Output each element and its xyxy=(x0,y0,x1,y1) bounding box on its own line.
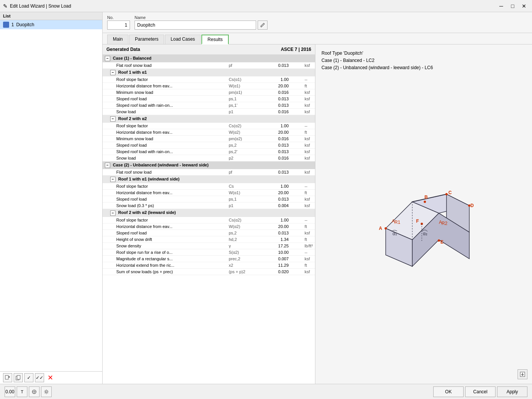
table-row: Roof slope run for a rise of o...S(α2)10… xyxy=(103,249,315,255)
item-label: Duopitch xyxy=(16,22,34,27)
table-row: Sloped roof loadps,20.013ksf xyxy=(103,230,315,236)
table-row: Snow loadp10.016ksf xyxy=(103,109,315,115)
item-number: 1 xyxy=(11,22,14,27)
svg-text:B: B xyxy=(424,195,428,200)
svg-point-15 xyxy=(424,201,426,203)
minimize-button[interactable]: ─ xyxy=(496,2,506,10)
preview-info: Roof Type 'Duopitch'Case (1) - Balanced … xyxy=(318,48,529,74)
roof-diagram: A B C D E xyxy=(363,168,484,274)
tabs: MainParametersLoad CasesResults xyxy=(103,33,532,44)
svg-text:F: F xyxy=(416,218,419,224)
check-button[interactable]: ✓ xyxy=(24,373,33,382)
preview-panel: Roof Type 'Duopitch'Case (1) - Balanced … xyxy=(315,44,532,384)
maximize-button[interactable]: □ xyxy=(508,2,518,10)
svg-text:α₂: α₂ xyxy=(423,231,428,236)
no-group: No. xyxy=(107,15,130,30)
svg-text:C: C xyxy=(448,190,452,195)
preview-drawing: A B C D E xyxy=(318,74,529,368)
subsection-row: − Roof 2 with α2 xyxy=(103,115,315,123)
table-row: Roof slope factorCs(α1)1.00-- xyxy=(103,76,315,83)
app-icon: ✎ xyxy=(3,3,8,9)
svg-point-17 xyxy=(445,193,448,195)
table-row: Roof slope factorCs(α2)1.00-- xyxy=(103,123,315,129)
table-row: Magnitude of a rectangular s...prec,20.0… xyxy=(103,255,315,262)
arrow-tool-button[interactable] xyxy=(29,386,40,397)
svg-point-13 xyxy=(385,227,387,230)
name-group: Name xyxy=(135,15,268,30)
collapse-icon[interactable]: − xyxy=(110,211,116,216)
table-row: Sloped roof load with rain-on...ps,1'0.0… xyxy=(103,102,315,109)
table-row: Horizontal extend from the ric...x211.29… xyxy=(103,262,315,268)
ok-button[interactable]: OK xyxy=(433,386,464,397)
edit-button[interactable] xyxy=(258,21,268,30)
collapse-icon[interactable]: − xyxy=(105,163,110,168)
text-tool-button[interactable]: T xyxy=(17,386,27,397)
collapse-icon[interactable]: − xyxy=(105,56,110,61)
table-row: Horizontal distance from eav...W(α2)20.0… xyxy=(103,129,315,136)
no-label: No. xyxy=(107,15,130,20)
table-row: Height of snow drifthd,21.34ft xyxy=(103,236,315,242)
results-header: Generated Data ASCE 7 | 2016 xyxy=(103,44,315,55)
svg-text:α₁: α₁ xyxy=(393,231,397,236)
table-row: Snow loadp20.016ksf xyxy=(103,155,315,162)
apply-button[interactable]: Apply xyxy=(497,386,527,397)
form-area: No. Name xyxy=(103,12,532,33)
settings-tool-button[interactable] xyxy=(41,386,52,397)
sidebar-item[interactable]: 1 Duopitch xyxy=(0,20,102,29)
table-row: Flat roof snow loadpf0.013ksf xyxy=(103,169,315,176)
svg-text:R2: R2 xyxy=(442,221,448,226)
collapse-icon[interactable]: − xyxy=(110,116,116,122)
collapse-icon[interactable]: − xyxy=(110,70,116,75)
table-row: Horizontal distance from eav...W(α1)20.0… xyxy=(103,190,315,196)
table-row: Snow load (0.3 * ps)p10.004ksf xyxy=(103,203,315,209)
bottom-bar: 0.00 T OK Cancel Apply xyxy=(0,384,532,399)
sidebar-header: List xyxy=(0,12,102,20)
collapse-icon[interactable]: − xyxy=(110,177,116,182)
check2-button[interactable]: ✓✓ xyxy=(35,373,44,382)
preview-info-line-2: Case (2) - Unbalanced (windward - leewar… xyxy=(321,64,526,71)
right-panel: No. Name MainParametersLoad CasesResults xyxy=(103,12,532,384)
sidebar-tools: ✓ ✓✓ ✕ xyxy=(0,371,102,384)
table-row: Horizontal distance from eav...W(α2)20.0… xyxy=(103,223,315,230)
table-row: Minimum snow loadpm(α2)0.016ksf xyxy=(103,136,315,142)
table-row: Flat roof snow loadpf0.013ksf xyxy=(103,62,315,69)
svg-rect-0 xyxy=(5,375,8,379)
tab-loadcases[interactable]: Load Cases xyxy=(165,35,201,44)
cancel-button[interactable]: Cancel xyxy=(465,386,496,397)
table-row: Horizontal distance from eav...W(α1)20.0… xyxy=(103,83,315,89)
no-input[interactable] xyxy=(107,21,130,30)
table-row: Sloped roof loadps,10.013ksf xyxy=(103,96,315,102)
split-area: Generated Data ASCE 7 | 2016 − Case (1) … xyxy=(103,44,532,384)
sidebar-list: 1 Duopitch xyxy=(0,20,102,29)
svg-text:A: A xyxy=(379,226,382,231)
table-row: Minimum snow loadpm(α1)0.016ksf xyxy=(103,89,315,96)
preview-footer xyxy=(318,368,529,381)
section-row: − Case (1) - Balanced xyxy=(103,55,315,62)
name-label: Name xyxy=(135,15,268,20)
tab-main[interactable]: Main xyxy=(107,35,128,44)
item-icon xyxy=(3,22,9,28)
value-label: 0.00 xyxy=(5,389,14,394)
results-panel[interactable]: Generated Data ASCE 7 | 2016 − Case (1) … xyxy=(103,44,315,384)
svg-point-21 xyxy=(438,239,440,242)
svg-text:E: E xyxy=(440,239,443,245)
value-display[interactable]: 0.00 xyxy=(5,386,15,397)
tab-parameters[interactable]: Parameters xyxy=(129,35,164,44)
delete-button[interactable]: ✕ xyxy=(46,373,55,382)
export-button[interactable] xyxy=(518,369,527,379)
table-row: Sloped roof load with rain-on...ps,2'0.0… xyxy=(103,149,315,155)
close-button[interactable]: ✕ xyxy=(519,2,529,10)
subsection-row: − Roof 1 with α1 xyxy=(103,69,315,77)
sidebar: List 1 Duopitch ✓ ✓✓ ✕ xyxy=(0,12,103,384)
name-input[interactable] xyxy=(135,21,256,30)
svg-rect-4 xyxy=(17,375,20,379)
svg-point-37 xyxy=(46,391,48,393)
table-row: Snow densityγ17.25lb/ft³ xyxy=(103,242,315,249)
standard-label: ASCE 7 | 2016 xyxy=(281,47,311,52)
table-row: Roof slope factorCs1.00-- xyxy=(103,183,315,190)
main-container: List 1 Duopitch ✓ ✓✓ ✕ No. xyxy=(0,12,532,399)
title: Edit Load Wizard | Snow Load xyxy=(10,3,496,9)
copy-button[interactable] xyxy=(14,373,23,382)
new-button[interactable] xyxy=(3,373,12,382)
tab-results[interactable]: Results xyxy=(201,35,229,44)
